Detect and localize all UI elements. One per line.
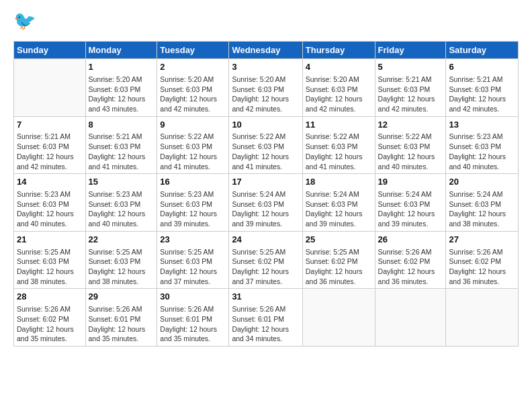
header-day-saturday: Saturday	[446, 42, 519, 59]
calendar-cell: 10Sunrise: 5:22 AMSunset: 6:03 PMDayligh…	[229, 116, 302, 174]
day-info: Sunrise: 5:20 AMSunset: 6:03 PMDaylight:…	[306, 75, 372, 114]
header-row: SundayMondayTuesdayWednesdayThursdayFrid…	[14, 42, 519, 59]
day-info: Sunrise: 5:25 AMSunset: 6:02 PMDaylight:…	[232, 247, 299, 287]
header-day-sunday: Sunday	[14, 42, 86, 59]
day-info: Sunrise: 5:22 AMSunset: 6:03 PMDaylight:…	[160, 132, 226, 171]
svg-text:🐦: 🐦	[13, 10, 36, 32]
header: 🐦	[13, 10, 519, 34]
day-number: 20	[449, 176, 515, 189]
header-day-thursday: Thursday	[302, 42, 375, 59]
day-number: 31	[232, 291, 299, 304]
day-info: Sunrise: 5:24 AMSunset: 6:03 PMDaylight:…	[232, 189, 299, 229]
day-number: 1	[89, 61, 154, 74]
calendar-cell: 2Sunrise: 5:20 AMSunset: 6:03 PMDaylight…	[157, 59, 229, 117]
calendar-cell: 27Sunrise: 5:26 AMSunset: 6:02 PMDayligh…	[446, 231, 519, 289]
calendar-cell: 17Sunrise: 5:24 AMSunset: 6:03 PMDayligh…	[229, 174, 302, 232]
calendar-cell: 25Sunrise: 5:25 AMSunset: 6:02 PMDayligh…	[302, 231, 375, 289]
day-number: 18	[306, 176, 372, 189]
day-info: Sunrise: 5:20 AMSunset: 6:03 PMDaylight:…	[160, 75, 226, 114]
day-info: Sunrise: 5:21 AMSunset: 6:03 PMDaylight:…	[17, 132, 83, 171]
calendar-cell: 29Sunrise: 5:26 AMSunset: 6:01 PMDayligh…	[85, 289, 157, 347]
calendar-cell: 12Sunrise: 5:22 AMSunset: 6:03 PMDayligh…	[375, 116, 446, 174]
day-number: 11	[306, 119, 372, 132]
day-info: Sunrise: 5:25 AMSunset: 6:02 PMDaylight:…	[306, 247, 372, 287]
day-info: Sunrise: 5:23 AMSunset: 6:03 PMDaylight:…	[160, 189, 226, 229]
day-info: Sunrise: 5:23 AMSunset: 6:03 PMDaylight:…	[17, 189, 83, 229]
day-info: Sunrise: 5:22 AMSunset: 6:03 PMDaylight:…	[232, 132, 299, 171]
calendar-cell: 22Sunrise: 5:25 AMSunset: 6:03 PMDayligh…	[85, 231, 157, 289]
calendar-body: 1Sunrise: 5:20 AMSunset: 6:03 PMDaylight…	[14, 59, 519, 347]
day-number: 30	[160, 291, 226, 304]
calendar-header: SundayMondayTuesdayWednesdayThursdayFrid…	[14, 42, 519, 59]
header-day-monday: Monday	[85, 42, 157, 59]
day-info: Sunrise: 5:26 AMSunset: 6:01 PMDaylight:…	[232, 304, 299, 344]
day-info: Sunrise: 5:23 AMSunset: 6:03 PMDaylight:…	[449, 132, 515, 171]
logo-bird-icon: 🐦	[13, 10, 38, 34]
day-number: 8	[89, 119, 154, 132]
day-number: 13	[449, 119, 515, 132]
calendar-cell	[446, 289, 519, 347]
day-number: 22	[89, 234, 154, 246]
day-info: Sunrise: 5:26 AMSunset: 6:02 PMDaylight:…	[449, 247, 515, 287]
calendar-cell: 4Sunrise: 5:20 AMSunset: 6:03 PMDaylight…	[302, 59, 375, 117]
calendar-cell: 3Sunrise: 5:20 AMSunset: 6:03 PMDaylight…	[229, 59, 302, 117]
day-info: Sunrise: 5:22 AMSunset: 6:03 PMDaylight:…	[306, 132, 372, 171]
day-number: 23	[160, 234, 226, 246]
day-info: Sunrise: 5:24 AMSunset: 6:03 PMDaylight:…	[378, 189, 443, 229]
day-number: 15	[89, 176, 154, 189]
calendar-cell	[302, 289, 375, 347]
day-number: 6	[449, 61, 515, 74]
day-info: Sunrise: 5:25 AMSunset: 6:03 PMDaylight:…	[17, 247, 83, 287]
logo: 🐦	[13, 10, 40, 34]
day-info: Sunrise: 5:24 AMSunset: 6:03 PMDaylight:…	[449, 189, 515, 229]
day-info: Sunrise: 5:20 AMSunset: 6:03 PMDaylight:…	[232, 75, 299, 114]
calendar-cell: 16Sunrise: 5:23 AMSunset: 6:03 PMDayligh…	[157, 174, 229, 232]
calendar-cell: 14Sunrise: 5:23 AMSunset: 6:03 PMDayligh…	[14, 174, 86, 232]
day-number: 28	[17, 291, 83, 304]
day-info: Sunrise: 5:24 AMSunset: 6:03 PMDaylight:…	[306, 189, 372, 229]
calendar-cell: 13Sunrise: 5:23 AMSunset: 6:03 PMDayligh…	[446, 116, 519, 174]
day-number: 10	[232, 119, 299, 132]
day-number: 17	[232, 176, 299, 189]
calendar-cell: 11Sunrise: 5:22 AMSunset: 6:03 PMDayligh…	[302, 116, 375, 174]
day-number: 5	[378, 61, 443, 74]
calendar-table: SundayMondayTuesdayWednesdayThursdayFrid…	[13, 41, 519, 347]
week-row-3: 21Sunrise: 5:25 AMSunset: 6:03 PMDayligh…	[14, 231, 519, 289]
week-row-1: 7Sunrise: 5:21 AMSunset: 6:03 PMDaylight…	[14, 116, 519, 174]
day-info: Sunrise: 5:21 AMSunset: 6:03 PMDaylight:…	[378, 75, 443, 114]
calendar-cell: 7Sunrise: 5:21 AMSunset: 6:03 PMDaylight…	[14, 116, 86, 174]
calendar-cell	[375, 289, 446, 347]
day-info: Sunrise: 5:26 AMSunset: 6:01 PMDaylight:…	[89, 304, 154, 344]
week-row-2: 14Sunrise: 5:23 AMSunset: 6:03 PMDayligh…	[14, 174, 519, 232]
day-number: 21	[17, 234, 83, 246]
calendar-cell	[14, 59, 86, 117]
day-info: Sunrise: 5:26 AMSunset: 6:02 PMDaylight:…	[17, 304, 83, 344]
week-row-4: 28Sunrise: 5:26 AMSunset: 6:02 PMDayligh…	[14, 289, 519, 347]
header-day-tuesday: Tuesday	[157, 42, 229, 59]
day-info: Sunrise: 5:26 AMSunset: 6:02 PMDaylight:…	[378, 247, 443, 287]
day-info: Sunrise: 5:26 AMSunset: 6:01 PMDaylight:…	[160, 304, 226, 344]
calendar-cell: 1Sunrise: 5:20 AMSunset: 6:03 PMDaylight…	[85, 59, 157, 117]
day-number: 26	[378, 234, 443, 246]
day-number: 14	[17, 176, 83, 189]
day-number: 3	[232, 61, 299, 74]
day-info: Sunrise: 5:25 AMSunset: 6:03 PMDaylight:…	[89, 247, 154, 287]
day-number: 29	[89, 291, 154, 304]
day-number: 16	[160, 176, 226, 189]
calendar-cell: 9Sunrise: 5:22 AMSunset: 6:03 PMDaylight…	[157, 116, 229, 174]
day-info: Sunrise: 5:23 AMSunset: 6:03 PMDaylight:…	[89, 189, 154, 229]
day-number: 12	[378, 119, 443, 132]
day-number: 24	[232, 234, 299, 246]
day-number: 4	[306, 61, 372, 74]
calendar-cell: 15Sunrise: 5:23 AMSunset: 6:03 PMDayligh…	[85, 174, 157, 232]
calendar-cell: 28Sunrise: 5:26 AMSunset: 6:02 PMDayligh…	[14, 289, 86, 347]
day-info: Sunrise: 5:20 AMSunset: 6:03 PMDaylight:…	[89, 75, 154, 114]
day-info: Sunrise: 5:22 AMSunset: 6:03 PMDaylight:…	[378, 132, 443, 171]
header-day-friday: Friday	[375, 42, 446, 59]
calendar-cell: 24Sunrise: 5:25 AMSunset: 6:02 PMDayligh…	[229, 231, 302, 289]
calendar-cell: 30Sunrise: 5:26 AMSunset: 6:01 PMDayligh…	[157, 289, 229, 347]
calendar-cell: 21Sunrise: 5:25 AMSunset: 6:03 PMDayligh…	[14, 231, 86, 289]
day-number: 25	[306, 234, 372, 246]
week-row-0: 1Sunrise: 5:20 AMSunset: 6:03 PMDaylight…	[14, 59, 519, 117]
day-number: 2	[160, 61, 226, 74]
